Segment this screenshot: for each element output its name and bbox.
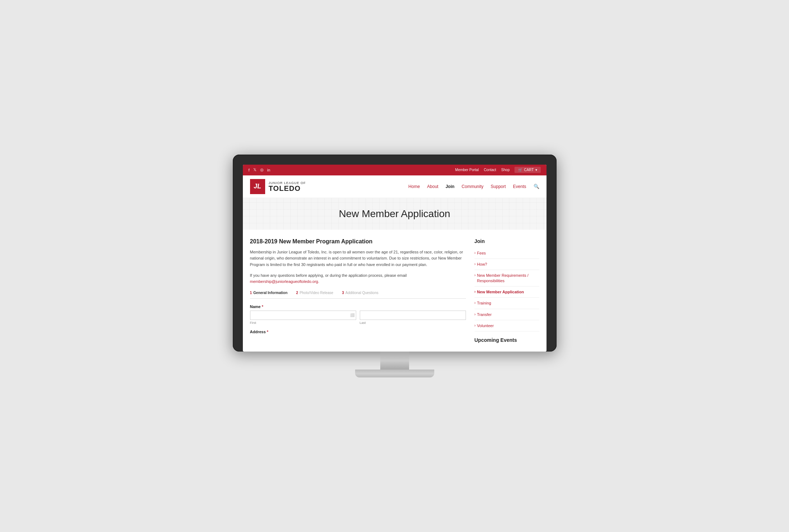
application-title: 2018-2019 New Member Program Application xyxy=(250,238,466,245)
contact-link[interactable]: Contact xyxy=(484,168,496,172)
description-paragraph-2: If you have any questions before applyin… xyxy=(250,272,466,285)
last-label: Last xyxy=(360,321,466,325)
last-name-input[interactable] xyxy=(360,311,466,320)
step-1-label: General Information xyxy=(253,291,287,295)
main-nav: Home About Join Community Support Events… xyxy=(408,184,539,189)
main-content: 2018-2019 New Member Program Application… xyxy=(250,238,475,343)
name-fields: ⬜ First Last xyxy=(250,311,466,325)
description-paragraph-1: Membership in Junior League of Toledo, I… xyxy=(250,249,466,268)
chevron-right-icon-7: › xyxy=(475,324,476,327)
sidebar-training-label: Training xyxy=(477,301,491,306)
instagram-icon[interactable]: ◎ xyxy=(260,168,264,172)
name-field-group: Name * ⬜ First xyxy=(250,304,466,325)
member-portal-link[interactable]: Member Portal xyxy=(455,168,479,172)
sidebar-application-label: New Member Application xyxy=(477,289,524,294)
content-area: 2018-2019 New Member Program Application… xyxy=(243,230,547,352)
nav-about[interactable]: About xyxy=(427,184,438,189)
last-name-wrap: Last xyxy=(360,311,466,325)
step-1-num: 1 xyxy=(250,291,252,295)
sidebar-join-title: Join xyxy=(475,238,539,244)
cart-chevron-icon: ▾ xyxy=(535,168,537,172)
chevron-right-icon-4: › xyxy=(475,290,476,294)
sidebar-item-application[interactable]: › New Member Application xyxy=(475,286,539,298)
sidebar-transfer-label: Transfer xyxy=(477,312,492,317)
sidebar-fees-label: Fees xyxy=(477,251,486,256)
logo-area: JL JUNIOR LEAGUE OF TOLEDO xyxy=(250,179,306,194)
cart-button[interactable]: 🛒 CART ▾ xyxy=(514,167,540,173)
logo-text: JUNIOR LEAGUE OF TOLEDO xyxy=(269,181,306,192)
chevron-right-icon-5: › xyxy=(475,301,476,305)
step-3-label: Additional Questions xyxy=(345,291,378,295)
monitor: f 𝕏 ◎ in Member Portal Contact Shop 🛒 CA… xyxy=(233,155,557,377)
sidebar-item-requirements[interactable]: › New Member Requirements / Responsibili… xyxy=(475,270,539,286)
cart-icon: 🛒 xyxy=(518,168,522,172)
sidebar-how-label: How? xyxy=(477,262,487,267)
email-intro-text: If you have any questions before applyin… xyxy=(250,273,407,278)
upcoming-events-title: Upcoming Events xyxy=(475,337,539,343)
form-steps: 1 General Information 2 Photo/Video Rele… xyxy=(250,291,466,299)
address-field-group: Address * xyxy=(250,330,466,334)
shop-link[interactable]: Shop xyxy=(501,168,509,172)
sidebar: Join › Fees › How? › New Member Requirem… xyxy=(475,238,539,343)
sidebar-item-volunteer[interactable]: › Volunteer xyxy=(475,320,539,331)
sidebar-item-how[interactable]: › How? xyxy=(475,259,539,270)
header: JL JUNIOR LEAGUE OF TOLEDO Home About Jo… xyxy=(243,175,547,198)
cart-label: CART xyxy=(524,168,534,172)
sidebar-item-training[interactable]: › Training xyxy=(475,298,539,309)
sidebar-item-fees[interactable]: › Fees xyxy=(475,248,539,259)
step-2: 2 Photo/Video Release xyxy=(296,291,333,295)
sidebar-requirements-label: New Member Requirements / Responsibiliti… xyxy=(477,273,539,283)
email-link[interactable]: membership@juniorleagueoftoledo.org. xyxy=(250,279,319,284)
monitor-stand-base xyxy=(355,370,434,377)
chevron-right-icon-2: › xyxy=(475,262,476,266)
first-label: First xyxy=(250,321,356,325)
monitor-screen: f 𝕏 ◎ in Member Portal Contact Shop 🛒 CA… xyxy=(243,165,547,352)
monitor-stand-neck xyxy=(380,352,409,370)
sidebar-volunteer-label: Volunteer xyxy=(477,323,494,328)
first-name-input[interactable] xyxy=(250,311,356,320)
first-name-input-wrap: ⬜ xyxy=(250,311,356,320)
first-name-wrap: ⬜ First xyxy=(250,311,356,325)
nav-join[interactable]: Join xyxy=(445,184,454,189)
sidebar-item-transfer[interactable]: › Transfer xyxy=(475,309,539,320)
nav-support[interactable]: Support xyxy=(491,184,506,189)
name-label: Name * xyxy=(250,304,466,309)
page-title: New Member Application xyxy=(253,208,536,220)
twitter-icon[interactable]: 𝕏 xyxy=(253,168,257,172)
address-required: * xyxy=(267,330,268,334)
linkedin-icon[interactable]: in xyxy=(267,168,271,172)
chevron-right-icon-3: › xyxy=(475,273,476,277)
logo-icon: JL xyxy=(250,179,265,194)
chevron-right-icon-6: › xyxy=(475,312,476,316)
logo-text-main: TOLEDO xyxy=(269,185,306,192)
chevron-right-icon: › xyxy=(475,251,476,255)
nav-home[interactable]: Home xyxy=(408,184,420,189)
step-3-num: 3 xyxy=(342,291,344,295)
top-bar-right: Member Portal Contact Shop 🛒 CART ▾ xyxy=(455,167,540,173)
input-clear-icon: ⬜ xyxy=(350,313,354,317)
logo-letters: JL xyxy=(254,183,261,190)
nav-community[interactable]: Community xyxy=(462,184,484,189)
search-icon[interactable]: 🔍 xyxy=(534,184,539,189)
social-links: f 𝕏 ◎ in xyxy=(249,168,271,172)
top-bar: f 𝕏 ◎ in Member Portal Contact Shop 🛒 CA… xyxy=(243,165,547,175)
step-1: 1 General Information xyxy=(250,291,288,295)
page-hero: New Member Application xyxy=(243,198,547,230)
step-2-label: Photo/Video Release xyxy=(300,291,334,295)
address-label: Address * xyxy=(250,330,466,334)
step-3: 3 Additional Questions xyxy=(342,291,378,295)
facebook-icon[interactable]: f xyxy=(249,168,250,172)
step-2-num: 2 xyxy=(296,291,298,295)
nav-events[interactable]: Events xyxy=(513,184,526,189)
name-required: * xyxy=(262,304,263,309)
monitor-bezel: f 𝕏 ◎ in Member Portal Contact Shop 🛒 CA… xyxy=(233,155,557,352)
